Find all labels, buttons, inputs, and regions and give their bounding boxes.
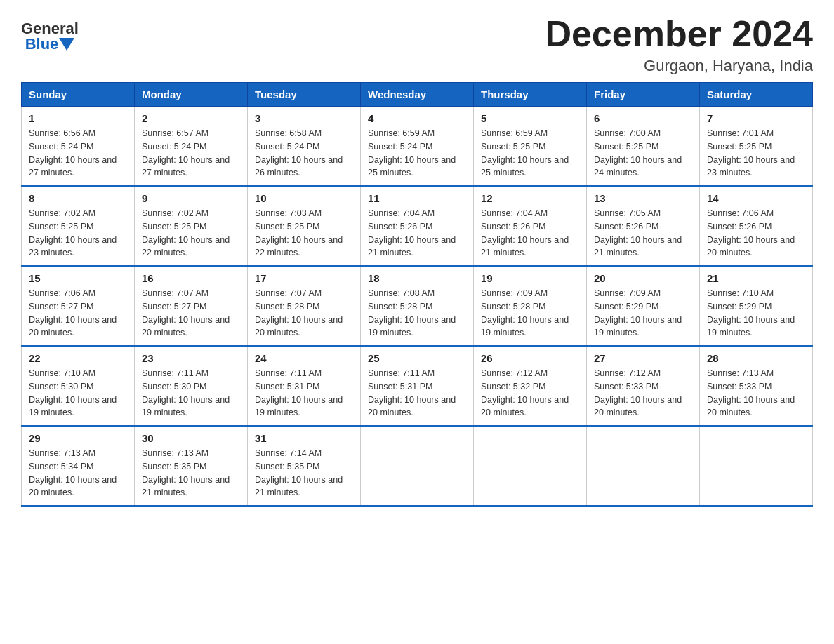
- calendar-cell: 11 Sunrise: 7:04 AMSunset: 5:26 PMDaylig…: [361, 186, 474, 266]
- header-saturday: Saturday: [700, 83, 813, 107]
- calendar-cell: 6 Sunrise: 7:00 AMSunset: 5:25 PMDayligh…: [587, 107, 700, 187]
- calendar-cell: 17 Sunrise: 7:07 AMSunset: 5:28 PMDaylig…: [248, 266, 361, 346]
- day-info: Sunrise: 7:09 AMSunset: 5:29 PMDaylight:…: [594, 288, 682, 337]
- day-info: Sunrise: 7:04 AMSunset: 5:26 PMDaylight:…: [368, 208, 456, 257]
- day-number: 12: [481, 192, 579, 204]
- day-info: Sunrise: 7:08 AMSunset: 5:28 PMDaylight:…: [368, 288, 456, 337]
- header-row: Sunday Monday Tuesday Wednesday Thursday…: [22, 83, 813, 107]
- calendar-cell: 22 Sunrise: 7:10 AMSunset: 5:30 PMDaylig…: [22, 346, 135, 426]
- calendar-cell: [474, 426, 587, 506]
- header-tuesday: Tuesday: [248, 83, 361, 107]
- day-info: Sunrise: 7:10 AMSunset: 5:29 PMDaylight:…: [707, 288, 795, 337]
- calendar-header: Sunday Monday Tuesday Wednesday Thursday…: [22, 83, 813, 107]
- day-info: Sunrise: 7:12 AMSunset: 5:32 PMDaylight:…: [481, 368, 569, 417]
- calendar-cell: 9 Sunrise: 7:02 AMSunset: 5:25 PMDayligh…: [135, 186, 248, 266]
- day-number: 17: [255, 272, 353, 284]
- calendar-cell: 21 Sunrise: 7:10 AMSunset: 5:29 PMDaylig…: [700, 266, 813, 346]
- day-number: 19: [481, 272, 579, 284]
- calendar-week-5: 29 Sunrise: 7:13 AMSunset: 5:34 PMDaylig…: [22, 426, 813, 506]
- calendar-cell: 2 Sunrise: 6:57 AMSunset: 5:24 PMDayligh…: [135, 107, 248, 187]
- calendar-cell: 20 Sunrise: 7:09 AMSunset: 5:29 PMDaylig…: [587, 266, 700, 346]
- day-info: Sunrise: 6:57 AMSunset: 5:24 PMDaylight:…: [142, 128, 230, 177]
- day-info: Sunrise: 7:07 AMSunset: 5:27 PMDaylight:…: [142, 288, 230, 337]
- day-number: 11: [368, 192, 466, 204]
- day-info: Sunrise: 7:04 AMSunset: 5:26 PMDaylight:…: [481, 208, 569, 257]
- day-number: 3: [255, 112, 353, 124]
- day-number: 29: [29, 432, 127, 444]
- day-number: 9: [142, 192, 240, 204]
- calendar-cell: 16 Sunrise: 7:07 AMSunset: 5:27 PMDaylig…: [135, 266, 248, 346]
- day-info: Sunrise: 7:01 AMSunset: 5:25 PMDaylight:…: [707, 128, 795, 177]
- page-header: General Blue December 2024 Gurgaon, Hary…: [21, 14, 813, 75]
- calendar-cell: 26 Sunrise: 7:12 AMSunset: 5:32 PMDaylig…: [474, 346, 587, 426]
- day-info: Sunrise: 7:02 AMSunset: 5:25 PMDaylight:…: [142, 208, 230, 257]
- header-sunday: Sunday: [22, 83, 135, 107]
- day-info: Sunrise: 7:11 AMSunset: 5:31 PMDaylight:…: [368, 368, 456, 417]
- calendar-cell: 12 Sunrise: 7:04 AMSunset: 5:26 PMDaylig…: [474, 186, 587, 266]
- day-info: Sunrise: 7:09 AMSunset: 5:28 PMDaylight:…: [481, 288, 569, 337]
- calendar-cell: 7 Sunrise: 7:01 AMSunset: 5:25 PMDayligh…: [700, 107, 813, 187]
- calendar-cell: 27 Sunrise: 7:12 AMSunset: 5:33 PMDaylig…: [587, 346, 700, 426]
- day-number: 20: [594, 272, 692, 284]
- header-monday: Monday: [135, 83, 248, 107]
- logo-icon: General Blue: [21, 21, 79, 52]
- header-wednesday: Wednesday: [361, 83, 474, 107]
- calendar-cell: 29 Sunrise: 7:13 AMSunset: 5:34 PMDaylig…: [22, 426, 135, 506]
- calendar-cell: 18 Sunrise: 7:08 AMSunset: 5:28 PMDaylig…: [361, 266, 474, 346]
- calendar-cell: [700, 426, 813, 506]
- calendar-cell: 19 Sunrise: 7:09 AMSunset: 5:28 PMDaylig…: [474, 266, 587, 346]
- logo-arrow-icon: [59, 38, 74, 51]
- day-info: Sunrise: 7:13 AMSunset: 5:34 PMDaylight:…: [29, 448, 117, 497]
- calendar-week-2: 8 Sunrise: 7:02 AMSunset: 5:25 PMDayligh…: [22, 186, 813, 266]
- calendar-cell: 8 Sunrise: 7:02 AMSunset: 5:25 PMDayligh…: [22, 186, 135, 266]
- day-number: 25: [368, 352, 466, 364]
- day-number: 4: [368, 112, 466, 124]
- day-number: 30: [142, 432, 240, 444]
- day-number: 10: [255, 192, 353, 204]
- calendar-cell: 1 Sunrise: 6:56 AMSunset: 5:24 PMDayligh…: [22, 107, 135, 187]
- day-info: Sunrise: 7:11 AMSunset: 5:31 PMDaylight:…: [255, 368, 343, 417]
- calendar-cell: 24 Sunrise: 7:11 AMSunset: 5:31 PMDaylig…: [248, 346, 361, 426]
- day-info: Sunrise: 6:59 AMSunset: 5:25 PMDaylight:…: [481, 128, 569, 177]
- calendar-cell: [361, 426, 474, 506]
- day-info: Sunrise: 7:06 AMSunset: 5:27 PMDaylight:…: [29, 288, 117, 337]
- day-number: 26: [481, 352, 579, 364]
- day-info: Sunrise: 7:13 AMSunset: 5:35 PMDaylight:…: [142, 448, 230, 497]
- calendar-cell: 30 Sunrise: 7:13 AMSunset: 5:35 PMDaylig…: [135, 426, 248, 506]
- day-info: Sunrise: 7:14 AMSunset: 5:35 PMDaylight:…: [255, 448, 343, 497]
- day-number: 6: [594, 112, 692, 124]
- calendar-cell: 14 Sunrise: 7:06 AMSunset: 5:26 PMDaylig…: [700, 186, 813, 266]
- day-number: 8: [29, 192, 127, 204]
- header-thursday: Thursday: [474, 83, 587, 107]
- logo: General Blue: [21, 21, 79, 52]
- day-info: Sunrise: 7:05 AMSunset: 5:26 PMDaylight:…: [594, 208, 682, 257]
- calendar-cell: [587, 426, 700, 506]
- logo-text-top: General: [21, 21, 79, 36]
- day-info: Sunrise: 7:12 AMSunset: 5:33 PMDaylight:…: [594, 368, 682, 417]
- day-info: Sunrise: 6:59 AMSunset: 5:24 PMDaylight:…: [368, 128, 456, 177]
- calendar-table: Sunday Monday Tuesday Wednesday Thursday…: [21, 82, 813, 507]
- calendar-cell: 13 Sunrise: 7:05 AMSunset: 5:26 PMDaylig…: [587, 186, 700, 266]
- calendar-cell: 28 Sunrise: 7:13 AMSunset: 5:33 PMDaylig…: [700, 346, 813, 426]
- day-number: 31: [255, 432, 353, 444]
- calendar-cell: 23 Sunrise: 7:11 AMSunset: 5:30 PMDaylig…: [135, 346, 248, 426]
- day-info: Sunrise: 7:00 AMSunset: 5:25 PMDaylight:…: [594, 128, 682, 177]
- day-number: 24: [255, 352, 353, 364]
- calendar-cell: 5 Sunrise: 6:59 AMSunset: 5:25 PMDayligh…: [474, 107, 587, 187]
- day-number: 28: [707, 352, 805, 364]
- calendar-cell: 31 Sunrise: 7:14 AMSunset: 5:35 PMDaylig…: [248, 426, 361, 506]
- day-number: 21: [707, 272, 805, 284]
- day-number: 23: [142, 352, 240, 364]
- day-number: 14: [707, 192, 805, 204]
- logo-text-bottom: Blue: [25, 36, 75, 52]
- day-number: 2: [142, 112, 240, 124]
- day-number: 15: [29, 272, 127, 284]
- main-title: December 2024: [545, 14, 813, 54]
- day-info: Sunrise: 7:10 AMSunset: 5:30 PMDaylight:…: [29, 368, 117, 417]
- day-info: Sunrise: 6:56 AMSunset: 5:24 PMDaylight:…: [29, 128, 117, 177]
- calendar-week-1: 1 Sunrise: 6:56 AMSunset: 5:24 PMDayligh…: [22, 107, 813, 187]
- calendar-cell: 10 Sunrise: 7:03 AMSunset: 5:25 PMDaylig…: [248, 186, 361, 266]
- calendar-week-4: 22 Sunrise: 7:10 AMSunset: 5:30 PMDaylig…: [22, 346, 813, 426]
- day-info: Sunrise: 7:13 AMSunset: 5:33 PMDaylight:…: [707, 368, 795, 417]
- title-block: December 2024 Gurgaon, Haryana, India: [545, 14, 813, 75]
